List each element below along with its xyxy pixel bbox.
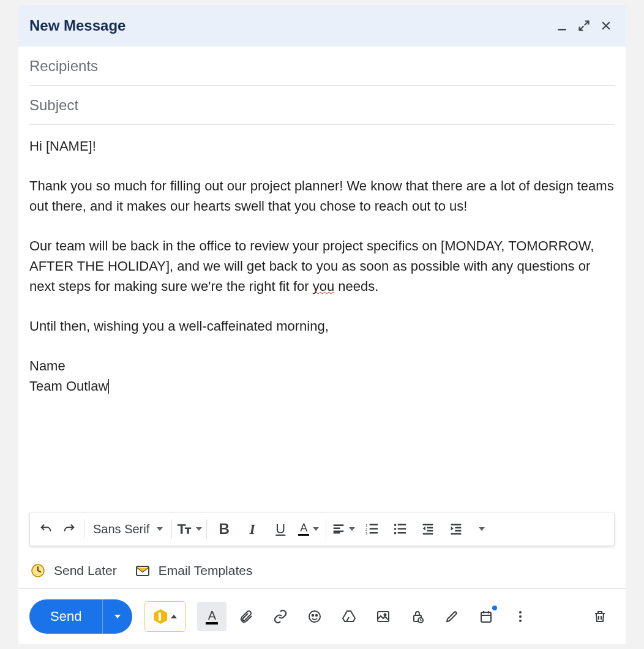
caret-down-icon — [349, 527, 355, 531]
svg-text:1: 1 — [365, 523, 367, 527]
indent-less-button[interactable] — [414, 516, 441, 542]
svg-rect-22 — [455, 527, 462, 529]
text-color-button[interactable]: A — [295, 516, 322, 542]
caret-down-icon — [157, 527, 163, 531]
send-button[interactable]: Send — [29, 599, 132, 634]
signature-name: Name — [29, 356, 615, 376]
insert-signature-button[interactable] — [437, 602, 466, 631]
svg-rect-10 — [370, 532, 378, 534]
send-later-label: Send Later — [54, 563, 117, 578]
email-templates-button[interactable]: Email Templates — [134, 562, 253, 579]
svg-point-27 — [309, 611, 320, 622]
svg-point-28 — [312, 615, 313, 616]
attach-file-button[interactable] — [231, 602, 261, 631]
recipients-field[interactable]: Recipients — [29, 47, 615, 86]
svg-point-12 — [394, 528, 397, 530]
compose-window: New Message Recipients Subject Hi [NAME]… — [18, 5, 626, 644]
svg-rect-0 — [558, 29, 566, 31]
svg-rect-24 — [451, 533, 462, 535]
svg-rect-4 — [334, 532, 340, 534]
svg-point-13 — [394, 532, 397, 535]
redo-button[interactable] — [58, 516, 80, 542]
extensions-row: Send Later Email Templates — [18, 552, 626, 589]
svg-point-31 — [384, 614, 386, 616]
svg-rect-16 — [398, 532, 406, 534]
formatting-toolbar: Sans Serif B I U A — [29, 512, 615, 546]
extension-hex-button[interactable] — [144, 601, 186, 632]
insert-drive-button[interactable] — [334, 602, 364, 631]
envelope-icon — [134, 562, 151, 579]
insert-link-button[interactable] — [266, 602, 295, 631]
caret-down-icon — [313, 527, 319, 531]
body-p2: Our team will be back in the office to r… — [29, 236, 615, 296]
svg-text:2: 2 — [365, 528, 367, 531]
svg-rect-9 — [370, 528, 378, 530]
compose-header: New Message — [18, 5, 626, 47]
svg-rect-1 — [334, 525, 344, 527]
more-formatting-button[interactable] — [471, 516, 493, 542]
formatting-options-button[interactable]: A — [197, 602, 227, 631]
text-cursor — [108, 379, 109, 394]
schedule-send-button[interactable] — [471, 602, 501, 631]
body-greeting: Hi [NAME]! — [29, 136, 615, 156]
send-button-main[interactable]: Send — [29, 599, 103, 634]
svg-rect-19 — [427, 530, 433, 532]
recipients-placeholder: Recipients — [29, 58, 98, 75]
svg-rect-17 — [423, 524, 433, 526]
send-later-button[interactable]: Send Later — [29, 562, 117, 579]
svg-text:3: 3 — [365, 531, 367, 535]
svg-rect-14 — [398, 524, 406, 526]
svg-rect-3 — [334, 531, 344, 533]
confidential-mode-button[interactable] — [403, 602, 432, 631]
font-size-button[interactable] — [176, 516, 203, 542]
close-icon[interactable] — [597, 17, 615, 34]
svg-rect-23 — [455, 530, 462, 532]
italic-button[interactable]: I — [239, 516, 266, 542]
action-row: Send A — [18, 589, 626, 644]
minimize-icon[interactable] — [553, 17, 571, 34]
spellcheck-word: you — [313, 279, 334, 294]
caret-down-icon — [196, 527, 202, 531]
underline-button[interactable]: U — [267, 516, 294, 542]
numbered-list-button[interactable]: 123 — [358, 516, 385, 542]
notification-dot-icon — [492, 606, 497, 610]
bold-button[interactable]: B — [211, 516, 238, 542]
clock-icon — [29, 562, 47, 579]
discard-draft-button[interactable] — [585, 602, 615, 631]
bulleted-list-button[interactable] — [386, 516, 413, 542]
svg-rect-8 — [370, 524, 378, 526]
message-body[interactable]: Hi [NAME]! Thank you so much for filling… — [18, 125, 626, 396]
svg-rect-34 — [481, 612, 491, 622]
insert-emoji-button[interactable] — [300, 602, 329, 631]
svg-point-35 — [519, 611, 522, 613]
body-p1: Thank you so much for filling out our pr… — [29, 176, 615, 216]
svg-point-29 — [316, 615, 317, 616]
indent-more-button[interactable] — [443, 516, 470, 542]
svg-rect-2 — [334, 528, 340, 530]
svg-rect-15 — [398, 528, 406, 530]
subject-field[interactable]: Subject — [29, 86, 615, 125]
svg-point-37 — [519, 620, 522, 622]
hex-icon — [154, 609, 167, 624]
signature-team: Team Outlaw — [29, 376, 615, 396]
svg-point-11 — [394, 524, 397, 527]
subject-placeholder: Subject — [29, 97, 78, 114]
align-button[interactable] — [330, 516, 357, 542]
expand-icon[interactable] — [575, 17, 593, 34]
caret-up-icon — [171, 615, 177, 618]
body-p3: Until then, wishing you a well-caffeinat… — [29, 316, 615, 336]
caret-down-icon — [479, 527, 485, 531]
more-options-button[interactable] — [506, 602, 535, 631]
email-templates-label: Email Templates — [159, 563, 253, 578]
svg-point-36 — [519, 615, 522, 618]
svg-rect-20 — [423, 533, 433, 535]
insert-photo-button[interactable] — [369, 602, 398, 631]
compose-title: New Message — [29, 17, 125, 34]
send-button-dropdown[interactable] — [103, 599, 132, 634]
svg-rect-18 — [427, 527, 433, 529]
svg-rect-21 — [451, 524, 462, 526]
undo-button[interactable] — [35, 516, 57, 542]
font-family-dropdown[interactable]: Sans Serif — [88, 522, 168, 536]
